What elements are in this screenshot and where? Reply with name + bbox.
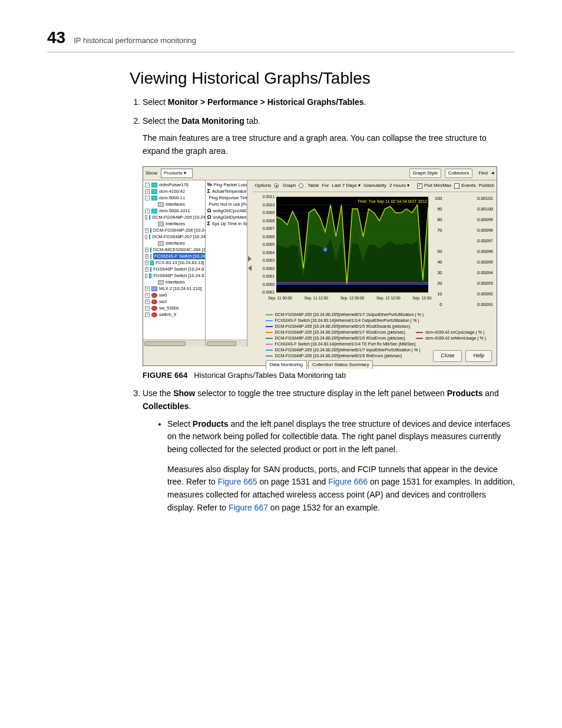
measure-item[interactable]: %Ping Packet Loss [Ping Stat [207, 182, 246, 188]
splitter[interactable] [247, 180, 253, 347]
legend-swatch [416, 338, 423, 339]
link-figure-666[interactable]: Figure 666 [328, 477, 368, 486]
switch-icon [151, 209, 157, 213]
link-figure-665[interactable]: Figure 665 [218, 477, 257, 486]
figure-664: Show Products ▾ Graph Style Collectors F… [143, 166, 515, 381]
svg-text:0.0005: 0.0005 [263, 242, 275, 246]
measures-scrollbar[interactable] [206, 340, 246, 347]
tree-item[interactable]: +FCX624S-F Switch [10.24 [145, 253, 204, 259]
step-3-bullet-1-p2: Measures also display for SAN products, … [167, 463, 515, 515]
tree-item[interactable]: -dcfmPulsar178 [145, 182, 204, 188]
svg-text:0.0008: 0.0008 [263, 218, 275, 222]
measures-list[interactable]: %Ping Packet Loss [Ping StatΣActualTempe… [206, 180, 247, 347]
svg-text:0.0009: 0.0009 [263, 210, 275, 215]
tree-item[interactable]: Interfaces [145, 201, 204, 207]
tree-item[interactable]: +sw2 [145, 298, 204, 305]
value-row: 1000.00101 [434, 193, 494, 204]
legend-swatch [266, 355, 273, 357]
switch-icon [149, 274, 151, 278]
step-3: Use the Show selector to toggle the tree… [143, 387, 515, 514]
measure-item[interactable]: ΩsnAgGblDynMemUtil [M/F] [207, 214, 246, 220]
close-button[interactable]: Close [433, 350, 462, 362]
splitter-right-icon[interactable] [248, 256, 252, 262]
plot-column: Time: Tue Sep 11 02:34:34 MST 2012-0.000… [255, 193, 432, 310]
table-radio[interactable] [299, 183, 303, 188]
switch-icon [149, 235, 150, 239]
switch-icon [150, 267, 151, 272]
show-selector[interactable]: Products ▾ [161, 169, 193, 178]
device-tree[interactable]: -dcfmPulsar178+dcm-4100-42-dcm-5000-11In… [143, 180, 206, 347]
tree-item[interactable]: +FCX-83.13 [10.24.83.13] [145, 259, 204, 266]
tree-item[interactable]: +dcm-4100-42 [145, 188, 204, 195]
step-1-prefix: Select [143, 97, 168, 107]
legend-label: FCX624S-F Switch [10.24.83.14]/ethernet1… [275, 341, 416, 347]
tree-item[interactable]: -dcm-5000-11 [145, 195, 204, 201]
figure-caption: FIGURE 664 Historical Graphs/Tables Data… [143, 370, 515, 381]
tab-data-monitoring[interactable]: Data Monitoring [266, 360, 307, 369]
switch-icon [150, 261, 154, 265]
tree-scrollbar[interactable] [143, 340, 205, 347]
tree-item[interactable]: Interfaces [145, 240, 204, 246]
tree-item[interactable]: +DCM-FGS648P-206 [10.24 [145, 227, 204, 233]
iface-icon [158, 202, 164, 207]
measure-item[interactable]: ΩsnAgGblCpuUtilData [M/F] [207, 207, 246, 214]
value-row: 100.00092 [434, 289, 494, 299]
tree-item[interactable]: +sw_5300s [145, 305, 204, 311]
tree-item[interactable]: +dcm-5000-1011 [145, 207, 204, 214]
tree-item[interactable]: Interfaces [145, 279, 204, 285]
collapse-icon[interactable]: ◂ [491, 169, 494, 177]
step-3-bullets: Select Products and the left panel displ… [143, 418, 515, 515]
switch-icon [150, 228, 151, 233]
plot-minmax-checkbox[interactable]: ✓Plot Min/Max [417, 182, 451, 189]
iface-icon [158, 241, 164, 246]
range-selector[interactable]: Last 7 Days ▾ [332, 182, 360, 189]
legend-label: DCM-FGS648P-205 [10.24.80.205]/ethernet0… [275, 330, 405, 335]
legend-row: DCM-FGS648P-205 [10.24.80.205]/ethernet0… [266, 324, 494, 330]
tree-item[interactable]: +FGS648P Switch [10.24.8 [145, 266, 204, 272]
svg-text:0.0010: 0.0010 [263, 202, 275, 206]
events-checkbox[interactable]: Events [454, 182, 475, 189]
options-button[interactable]: Options [255, 182, 272, 189]
legend-label: DCM-FGS648P-205 [10.24.80.205]/ethernet0… [275, 324, 411, 330]
measure-item[interactable]: Ping Response Time (ms) [Pin [207, 195, 246, 201]
tree-item[interactable]: +sw0 [145, 292, 204, 298]
globe-icon [151, 299, 157, 304]
publish-button[interactable]: Publish [479, 182, 494, 189]
tree-item[interactable]: +DCM-IMCES2024C-204 [10 [145, 246, 204, 253]
graph-radio[interactable] [274, 183, 279, 188]
canvas-wrap: Time: Tue Sep 11 02:34:34 MST 2012-0.000… [253, 192, 497, 310]
legend-swatch [266, 350, 273, 351]
legend-swatch [266, 338, 273, 339]
tree-item[interactable]: -FGS648P Switch [10.24.8 [145, 272, 204, 279]
figure-caption-text: Historical Graphs/Tables Data Monitoring… [194, 371, 346, 380]
chart-plot[interactable]: Time: Tue Sep 11 02:34:34 MST 2012-0.000… [255, 193, 432, 303]
iface-icon [158, 280, 164, 285]
running-head: IP historical performance monitoring [74, 36, 196, 45]
svg-text:0.0011: 0.0011 [263, 195, 275, 199]
tree-item[interactable]: +MLX-2 [10.24.61.210] [145, 285, 204, 292]
switch-icon [150, 254, 151, 259]
graph-style-button[interactable]: Graph Style [409, 169, 441, 178]
measure-item[interactable]: ΣSys Up Time in Seconds [S [207, 220, 246, 227]
globe-icon [151, 306, 157, 311]
legend-row: DCM-FGS648P-205 [10.24.80.205]/ethernet0… [266, 335, 494, 341]
measure-item[interactable]: Ports Not in use [Port in Use % [207, 201, 246, 207]
granularity-selector[interactable]: 2 Hours ▾ [389, 182, 409, 189]
tree-item[interactable]: +switch_9 [145, 311, 204, 318]
svg-text:0.0002: 0.0002 [263, 266, 275, 270]
link-figure-667[interactable]: Figure 667 [229, 503, 268, 512]
chart-pane: Options Graph Table For Last 7 Days ▾ Gr… [253, 180, 497, 347]
help-button[interactable]: Help [465, 350, 492, 362]
tree-item[interactable]: Interfaces [145, 220, 204, 227]
tree-item[interactable]: -DCM-FGS648P-205 [10.24 [145, 214, 204, 220]
measure-item[interactable]: ΣActualTemperature [Syste [207, 188, 246, 195]
tree-item[interactable]: -DCM-FGS648P-207 [10.24 [145, 233, 204, 240]
switch-icon [150, 248, 151, 252]
collectors-button[interactable]: Collectors [445, 169, 473, 178]
value-row: 800.00099 [434, 215, 494, 225]
figure-label: FIGURE 664 [143, 371, 187, 380]
tab-collection-status[interactable]: Collection Status Summary [308, 360, 373, 369]
svg-text:0.0006: 0.0006 [263, 234, 275, 238]
legend-label: DCM-FGS648P-205 [10.24.80.205]/ethernet0… [275, 335, 405, 341]
splitter-left-icon[interactable] [248, 265, 252, 271]
